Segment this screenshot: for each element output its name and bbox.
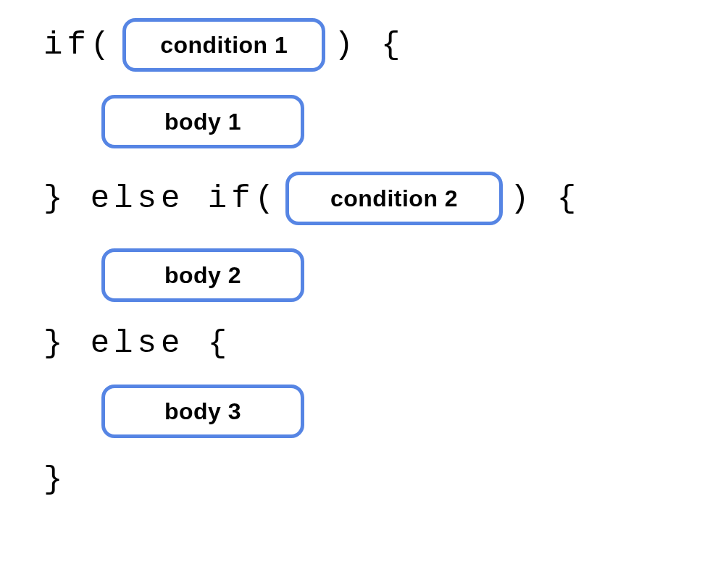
line-body-2: body 2 bbox=[43, 248, 667, 302]
placeholder-condition-1: condition 1 bbox=[122, 18, 325, 72]
placeholder-condition-2: condition 2 bbox=[285, 172, 503, 225]
keyword-if: if( bbox=[43, 27, 114, 63]
line-else: } else { bbox=[43, 325, 667, 361]
line-close: } bbox=[43, 461, 667, 497]
if-else-diagram: if( condition 1 ) { body 1 } else if( co… bbox=[43, 18, 667, 521]
placeholder-body-3: body 3 bbox=[101, 385, 304, 438]
close-paren-brace-1: ) { bbox=[334, 27, 404, 63]
keyword-else-if: } else if( bbox=[43, 180, 278, 217]
close-brace: } bbox=[43, 461, 67, 497]
close-paren-brace-2: ) { bbox=[510, 180, 580, 217]
line-body-1: body 1 bbox=[43, 95, 667, 148]
keyword-else: } else { bbox=[43, 325, 231, 361]
line-else-if: } else if( condition 2 ) { bbox=[43, 172, 667, 225]
placeholder-body-1: body 1 bbox=[101, 95, 304, 148]
line-if: if( condition 1 ) { bbox=[43, 18, 667, 72]
placeholder-body-2: body 2 bbox=[101, 248, 304, 302]
line-body-3: body 3 bbox=[43, 385, 667, 438]
